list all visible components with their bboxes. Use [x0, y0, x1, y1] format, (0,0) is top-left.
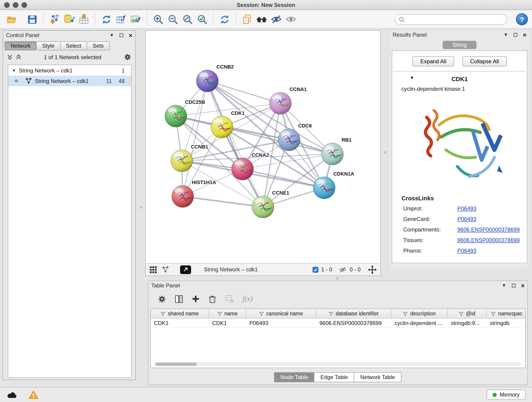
- pan-crosshair-icon[interactable]: [368, 265, 377, 274]
- collapse-all-button[interactable]: Collapse All: [462, 56, 507, 66]
- tab-network-table[interactable]: Network Table: [354, 372, 402, 382]
- tab-select[interactable]: Select: [60, 41, 87, 51]
- network-node-ccna2[interactable]: [232, 158, 254, 180]
- network-node-cdc25b[interactable]: [165, 105, 187, 127]
- network-row[interactable]: String Network – cdk1 11 48: [8, 76, 131, 86]
- crosslink-value-link[interactable]: 9606.ENSP00000378699: [457, 226, 520, 233]
- memory-button[interactable]: Memory: [486, 390, 526, 400]
- table-settings-gear-icon[interactable]: [158, 294, 166, 303]
- hidden-eye-slash-icon[interactable]: [339, 266, 347, 273]
- clone-network-button[interactable]: [240, 12, 254, 27]
- scrollbar-thumb[interactable]: [155, 363, 196, 366]
- import-table-button[interactable]: [76, 12, 91, 27]
- maximize-window-button[interactable]: [22, 2, 27, 8]
- close-window-button[interactable]: [4, 2, 10, 8]
- splitter-handle[interactable]: [384, 151, 386, 153]
- tab-network[interactable]: Network: [5, 41, 37, 51]
- show-overview-button[interactable]: [254, 12, 269, 27]
- close-panel-icon[interactable]: ×: [521, 282, 525, 289]
- tab-sets[interactable]: Sets: [87, 41, 109, 51]
- panel-menu-icon[interactable]: ▼: [504, 32, 508, 37]
- column-header-canonical-name[interactable]: canonical name: [246, 309, 316, 318]
- tab-node-table[interactable]: Node Table: [274, 372, 315, 382]
- zoom-selected-button[interactable]: [195, 12, 209, 27]
- export-table-button[interactable]: [114, 12, 128, 27]
- crosslink-value-link[interactable]: P06493: [457, 216, 476, 222]
- expand-all-button[interactable]: Expand All: [413, 56, 454, 66]
- column-header-database-identifier[interactable]: database identifier: [316, 309, 391, 318]
- column-header-name[interactable]: name: [209, 309, 246, 318]
- show-columns-icon[interactable]: [175, 294, 183, 303]
- network-node-cdkn1a[interactable]: [313, 177, 335, 199]
- search-input[interactable]: [407, 16, 503, 23]
- collapse-all-icon[interactable]: [7, 54, 13, 60]
- selected-checkbox-icon[interactable]: [312, 267, 318, 273]
- zoom-in-button[interactable]: [151, 12, 165, 27]
- network-canvas[interactable]: CCNB2CCNA1CDC25BCDK1CDC6RB1CCNB1CCNA2CDK…: [146, 31, 380, 263]
- splitter-handle[interactable]: [336, 277, 339, 280]
- network-collection-row[interactable]: ▼ String Network – cdk1 1: [8, 65, 131, 76]
- crosslink-value-link[interactable]: 9606.ENSP00000378699: [457, 237, 520, 243]
- save-session-button[interactable]: [25, 12, 39, 27]
- import-network-file-button[interactable]: [47, 12, 62, 27]
- open-session-button[interactable]: [5, 12, 19, 27]
- crosslink-value-link[interactable]: P06493: [457, 205, 476, 212]
- network-node-ccnb1[interactable]: [171, 150, 193, 172]
- network-node-ccna1[interactable]: [269, 92, 291, 114]
- tree-expand-icon[interactable]: ▼: [12, 68, 16, 73]
- table-row[interactable]: CDK1CDK1P064939606.ENSP00000378699cyclin…: [151, 319, 525, 328]
- network-node-ccne1[interactable]: [252, 196, 274, 218]
- minimize-window-button[interactable]: [13, 2, 18, 8]
- table-horizontal-scrollbar[interactable]: [154, 362, 521, 366]
- toolbar-search[interactable]: [394, 14, 507, 25]
- network-view-toolbar: String Network – cdk1 1 - 0 0 - 0: [146, 263, 380, 275]
- refresh-view-button[interactable]: [217, 12, 232, 27]
- zoom-out-button[interactable]: [165, 12, 180, 27]
- crosslink-value-link[interactable]: P06493: [457, 248, 476, 254]
- network-edge-hist1h1a-ccne1[interactable]: [183, 196, 263, 207]
- network-node-hist1h1a[interactable]: [172, 185, 194, 207]
- help-button[interactable]: ?: [516, 13, 528, 25]
- column-header-shared-name[interactable]: shared name: [151, 309, 209, 318]
- column-header--id[interactable]: @id: [448, 309, 487, 318]
- show-all-button[interactable]: [284, 12, 298, 27]
- panel-menu-icon[interactable]: ▼: [502, 283, 506, 288]
- collapse-section-icon[interactable]: ▼: [410, 75, 414, 80]
- function-builder-button[interactable]: f(x): [242, 295, 253, 303]
- network-edge-ccnb2-ccne1[interactable]: [207, 81, 263, 207]
- cloud-icon[interactable]: [6, 390, 18, 399]
- expand-all-icon[interactable]: [16, 54, 22, 60]
- import-network-database-button[interactable]: [62, 12, 76, 27]
- protein-section-header[interactable]: ▼ CDK1: [393, 71, 526, 85]
- delete-table-icon[interactable]: [225, 294, 234, 303]
- network-edge-ccna2-cdkn1a[interactable]: [242, 169, 324, 188]
- delete-column-trash-icon[interactable]: [208, 294, 217, 303]
- detach-view-button[interactable]: [180, 265, 191, 274]
- float-panel-icon[interactable]: [120, 33, 123, 37]
- add-column-icon[interactable]: [191, 295, 200, 303]
- column-header-namespac[interactable]: namespac: [487, 309, 526, 318]
- close-panel-icon[interactable]: ×: [523, 32, 526, 38]
- network-node-cdk1[interactable]: [211, 116, 233, 138]
- float-panel-icon[interactable]: [512, 284, 515, 287]
- gear-icon[interactable]: [124, 53, 132, 61]
- network-node-cdc6[interactable]: [278, 129, 300, 151]
- apply-layout-button[interactable]: [99, 12, 114, 27]
- network-view-icon[interactable]: [162, 266, 169, 273]
- tab-style[interactable]: Style: [36, 41, 60, 51]
- tab-edge-table[interactable]: Edge Table: [314, 372, 355, 382]
- splitter-handle[interactable]: [140, 206, 143, 209]
- zoom-fit-button[interactable]: [180, 12, 195, 27]
- network-node-rb1[interactable]: [322, 143, 343, 165]
- panel-menu-icon[interactable]: ▼: [109, 33, 114, 38]
- warning-icon[interactable]: [28, 390, 38, 399]
- grid-view-icon[interactable]: [149, 266, 157, 274]
- tab-string[interactable]: String: [443, 41, 476, 49]
- hide-selected-button[interactable]: [269, 12, 284, 27]
- column-header-description[interactable]: description: [391, 309, 448, 318]
- close-panel-icon[interactable]: ×: [129, 32, 133, 38]
- export-image-button[interactable]: [128, 12, 143, 27]
- network-node-ccnb2[interactable]: [196, 70, 218, 92]
- float-panel-icon[interactable]: [514, 33, 517, 37]
- network-edge-ccnb2-ccna1[interactable]: [207, 81, 280, 103]
